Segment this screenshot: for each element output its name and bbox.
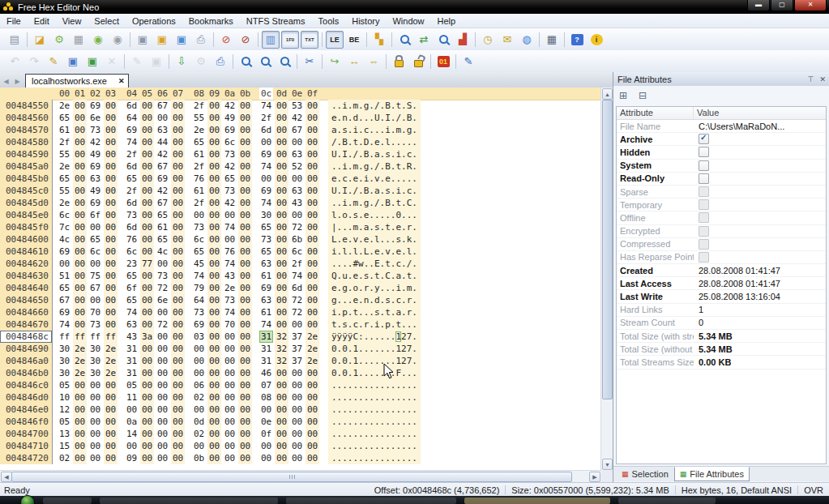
hex-byte[interactable]: 00 [306, 246, 319, 258]
hex-byte[interactable]: 00 [275, 173, 288, 185]
menu-select[interactable]: Select [88, 15, 126, 27]
hex-byte[interactable]: 72 [290, 294, 304, 306]
hex-byte[interactable]: 00 [171, 258, 185, 270]
hex-byte[interactable]: 00 [223, 379, 237, 391]
hex-byte[interactable]: 73 [223, 294, 237, 306]
hex-byte[interactable]: 00 [223, 233, 237, 246]
menu-edit[interactable]: Edit [28, 15, 56, 27]
hex-byte[interactable]: 67 [156, 197, 169, 209]
hex-byte[interactable]: 65 [125, 294, 139, 306]
taskbar-item[interactable] [100, 498, 278, 504]
hex-byte[interactable]: 23 [125, 258, 139, 270]
start-button[interactable] [20, 495, 35, 504]
hex-byte[interactable]: 2e [58, 100, 71, 112]
hex-byte[interactable]: 00 [238, 185, 252, 197]
hex-byte[interactable]: 00 [207, 331, 221, 343]
hex-byte[interactable]: 00 [140, 367, 154, 379]
hex-byte[interactable]: 00 [275, 233, 288, 246]
hex-byte[interactable]: 00 [104, 440, 118, 452]
hex-byte[interactable]: 61 [156, 221, 169, 233]
open-file-icon[interactable]: ◪ [31, 31, 49, 49]
hex-byte[interactable]: 00 [171, 452, 185, 464]
hex-byte[interactable]: 00 [88, 416, 102, 428]
hex-byte[interactable]: 00 [238, 112, 252, 124]
binary-format-icon[interactable]: 01 [434, 53, 452, 70]
menu-operations[interactable]: Operations [126, 15, 182, 27]
hex-byte[interactable]: 00 [306, 294, 319, 306]
web-help-icon[interactable]: ◍ [518, 31, 536, 49]
hex-byte[interactable]: 2f [192, 100, 206, 112]
set-attributes-icon[interactable]: ⊞ [614, 87, 632, 105]
hex-byte[interactable]: 73 [223, 185, 237, 197]
hex-byte[interactable]: 00 [238, 440, 252, 452]
hex-byte[interactable]: 00 [223, 331, 237, 343]
hex-byte[interactable]: 2e [192, 124, 206, 136]
hex-byte[interactable]: 00 [140, 185, 154, 197]
hex-byte[interactable]: 00 [306, 416, 319, 428]
hex-byte[interactable]: 00 [88, 294, 102, 306]
tab-scroll-left-icon[interactable]: ◀ [2, 76, 11, 87]
hex-byte[interactable]: 00 [140, 124, 154, 136]
hex-byte[interactable]: 00 [58, 258, 71, 270]
hex-byte[interactable]: 49 [88, 185, 102, 197]
hex-byte[interactable]: 00 [140, 148, 154, 160]
hex-byte[interactable]: 00 [88, 221, 102, 233]
hex-byte[interactable]: 00 [207, 246, 221, 258]
hex-byte[interactable]: 15 [58, 440, 71, 452]
hex-byte[interactable]: 74 [223, 258, 237, 270]
hex-byte[interactable]: 00 [306, 391, 319, 404]
patterns-icon[interactable]: ▟ [454, 31, 472, 49]
hex-byte[interactable]: 61 [192, 185, 206, 197]
view-binary-icon[interactable]: ▥ [262, 31, 280, 49]
hex-byte[interactable]: 00 [275, 148, 288, 160]
ascii-cell[interactable]: 0.0.1.......F... [328, 367, 421, 379]
hex-byte[interactable]: 61 [259, 306, 273, 318]
hex-byte[interactable]: 00 [171, 404, 185, 416]
view-text-icon[interactable]: TXT [301, 31, 318, 49]
hex-byte[interactable]: 00 [171, 331, 185, 343]
hex-byte[interactable]: 00 [238, 209, 252, 221]
hex-byte[interactable]: 73 [125, 209, 139, 221]
hex-byte[interactable]: 00 [104, 270, 118, 282]
hex-byte[interactable]: 69 [223, 124, 237, 136]
attribute-checkbox[interactable] [699, 134, 709, 144]
hex-byte[interactable]: 00 [73, 136, 87, 148]
hex-byte[interactable]: 00 [275, 246, 288, 258]
hex-byte[interactable]: 00 [140, 428, 154, 440]
tab-close-icon[interactable]: ✕ [118, 77, 125, 85]
hex-byte[interactable]: 00 [275, 294, 288, 306]
hex-byte[interactable]: 00 [192, 367, 206, 379]
hex-byte[interactable]: 00 [290, 136, 304, 148]
unlock-icon[interactable] [409, 53, 427, 70]
hex-byte[interactable]: 00 [171, 440, 185, 452]
ascii-cell[interactable]: l.o.s.e.....0... [328, 209, 421, 221]
hex-byte[interactable]: 00 [104, 221, 118, 233]
hex-byte[interactable]: 00 [306, 185, 319, 197]
hex-byte[interactable]: 00 [223, 416, 237, 428]
hex-byte[interactable]: 30 [88, 343, 102, 355]
hex-byte[interactable]: 69 [88, 160, 102, 173]
hex-byte[interactable]: 2e [58, 197, 71, 209]
hex-byte[interactable]: 00 [140, 343, 154, 355]
hex-byte[interactable]: 00 [238, 391, 252, 404]
hex-byte[interactable]: 2f [192, 197, 206, 209]
hex-byte[interactable]: 0f [259, 428, 273, 440]
zoom-custom-icon[interactable] [276, 53, 293, 70]
send-feedback-icon[interactable]: ✉ [498, 31, 516, 49]
hex-byte[interactable]: 00 [104, 282, 118, 294]
ascii-cell[interactable]: ................ [328, 404, 421, 416]
hex-byte[interactable]: 30 [58, 367, 71, 379]
hex-byte[interactable]: 65 [58, 173, 71, 185]
hex-byte[interactable]: 00 [207, 318, 221, 331]
hex-byte[interactable]: 00 [238, 246, 252, 258]
hex-byte[interactable]: 00 [259, 136, 273, 148]
hex-byte[interactable]: 00 [104, 197, 118, 209]
hex-byte[interactable]: 00 [238, 404, 252, 416]
maximize-button[interactable]: ▢ [771, 0, 793, 11]
hex-byte[interactable]: 00 [140, 209, 154, 221]
hex-byte[interactable]: 00 [207, 416, 221, 428]
ascii-cell[interactable]: i.p.t...s.t.a.r. [328, 306, 421, 318]
hex-byte[interactable]: 4c [58, 233, 71, 246]
hex-byte[interactable]: 64 [125, 112, 139, 124]
hex-byte[interactable]: 00 [238, 258, 252, 270]
